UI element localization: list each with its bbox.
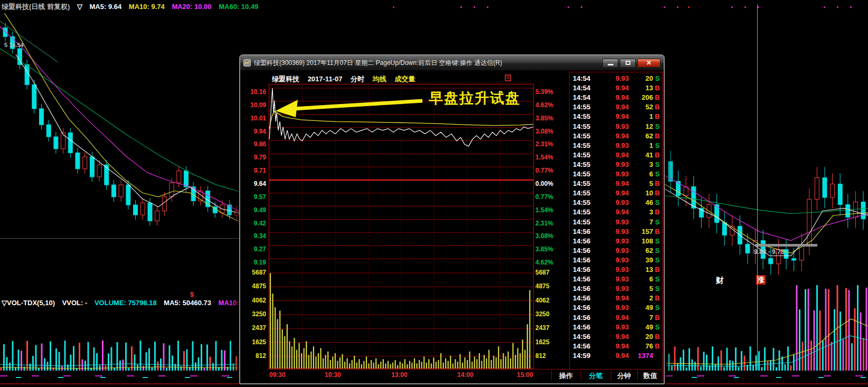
tick-volume: 62 xyxy=(629,131,653,141)
tick-price: 9.94 xyxy=(598,150,629,160)
cai-badge[interactable]: 财 xyxy=(716,276,724,284)
collapse-marker[interactable]: ▽ xyxy=(77,3,82,11)
tick-row[interactable]: 14:559.9462B xyxy=(571,131,663,141)
volume-toggle[interactable]: 成交量 xyxy=(394,75,415,83)
tick-row[interactable]: 14:549.9413B xyxy=(571,83,663,93)
popup-titlebar[interactable]: 绿盟科技(300369) 2017年11月07日 星期二 PageUp/Down… xyxy=(240,55,664,70)
tick-side: B xyxy=(653,188,662,198)
percent-axis-label: 3.85% xyxy=(535,246,560,253)
tick-volume: 3 xyxy=(629,207,653,217)
tick-row[interactable]: 14:559.933S xyxy=(571,160,663,169)
tick-row[interactable]: 14:559.931S xyxy=(571,141,663,150)
tick-row[interactable]: 14:569.9476B xyxy=(571,342,663,351)
page-icon[interactable] xyxy=(505,74,511,81)
tick-row[interactable]: 14:549.94206B xyxy=(571,93,663,102)
tick-row[interactable]: 14:569.9313B xyxy=(571,265,663,275)
tick-side: B xyxy=(653,313,662,323)
tick-time: 14:56 xyxy=(571,323,598,332)
ma-dot xyxy=(664,6,665,8)
tick-time: 14:56 xyxy=(571,294,598,303)
close-button[interactable]: ✕ xyxy=(637,59,661,68)
tick-side: B xyxy=(653,179,662,188)
tick-time: 14:55 xyxy=(571,122,598,131)
tick-row[interactable]: 14:559.945B xyxy=(571,179,663,188)
avg-line-toggle[interactable]: 均线 xyxy=(373,75,386,83)
tick-row[interactable]: 14:569.9420B xyxy=(571,332,663,342)
percent-axis-label: 2.31% xyxy=(535,220,560,228)
axis-note: 5 14.54 xyxy=(4,41,24,49)
tick-row[interactable]: 14:569.93157B xyxy=(571,227,663,237)
ma-dot xyxy=(487,6,488,8)
tick-price: 9.93 xyxy=(598,275,629,284)
percent-axis-label: 5.39% xyxy=(535,88,560,96)
tick-volume: 6 xyxy=(629,275,653,284)
tick-row[interactable]: 14:599.941374 xyxy=(571,351,663,361)
tick-time: 14:59 xyxy=(571,351,598,361)
background-right-chart xyxy=(664,132,868,290)
ma-dot xyxy=(731,6,733,8)
percent-axis-label: 3.08% xyxy=(535,232,560,240)
ma-dot xyxy=(837,6,838,8)
tick-row[interactable]: 14:569.9362S xyxy=(571,246,663,256)
tick-time: 14:55 xyxy=(571,112,598,121)
tab-tick[interactable]: 分笔 xyxy=(581,371,611,381)
tick-side: S xyxy=(653,246,662,256)
time-axis-label: 15:00 xyxy=(517,371,540,379)
tick-side: S xyxy=(653,218,662,227)
tick-row[interactable]: 14:559.936S xyxy=(571,169,663,179)
tick-time: 14:55 xyxy=(571,102,598,112)
tab-minute[interactable]: 分钟 xyxy=(611,371,637,381)
tick-row[interactable]: 14:559.9410B xyxy=(571,188,663,198)
tick-row[interactable]: 14:559.937S xyxy=(571,218,663,227)
tick-row[interactable]: 14:569.9339S xyxy=(571,256,663,265)
price-range-label: 9.88 - 9.78 xyxy=(754,248,784,256)
tick-row[interactable]: 14:569.935S xyxy=(571,284,663,294)
tick-time: 14:56 xyxy=(571,256,598,265)
tick-price: 9.93 xyxy=(598,74,629,83)
price-axis-label: 9.86 xyxy=(240,140,266,148)
tab-divider xyxy=(551,370,552,381)
tick-row[interactable]: 14:559.9441B xyxy=(571,150,663,160)
ma-dot xyxy=(688,6,690,8)
tick-time: 14:55 xyxy=(571,198,598,207)
tick-row[interactable]: 14:569.93108S xyxy=(571,237,663,246)
tick-price: 9.94 xyxy=(598,83,629,93)
volume-axis-label: 2437 xyxy=(535,324,560,332)
tick-row[interactable]: 14:569.9349S xyxy=(571,303,663,313)
tick-side: S xyxy=(653,323,662,332)
tick-row[interactable]: 14:569.942B xyxy=(571,294,663,303)
main-chart-header: 绿盟科技(日线 前复权) ▽ MA5: 9.64 MA10: 9.74 MA20… xyxy=(2,2,263,12)
tick-row[interactable]: 14:559.9312S xyxy=(571,122,663,131)
tick-row[interactable]: 14:559.943B xyxy=(571,207,663,217)
ma10-value: MA10: 9.74 xyxy=(129,3,165,11)
tab-operation[interactable]: 操作 xyxy=(551,371,581,381)
intraday-mode: 分时 xyxy=(351,75,364,83)
tick-row[interactable]: 14:559.9346S xyxy=(571,198,663,207)
tick-row[interactable]: 14:569.936S xyxy=(571,275,663,284)
tick-time: 14:56 xyxy=(571,342,598,351)
minimize-button[interactable] xyxy=(602,59,618,68)
tick-side: S xyxy=(653,198,662,207)
tick-volume: 41 xyxy=(629,150,653,160)
tick-price: 9.93 xyxy=(598,284,629,294)
tick-price: 9.94 xyxy=(598,351,629,361)
tick-row[interactable]: 14:569.947B xyxy=(571,313,663,323)
tab-divider xyxy=(611,370,611,381)
tick-row[interactable]: 14:559.941B xyxy=(571,112,663,121)
tick-price: 9.93 xyxy=(598,227,629,237)
tick-row[interactable]: 14:559.9452B xyxy=(571,102,663,112)
tick-time: 14:56 xyxy=(571,227,598,237)
price-axis-label: 10.16 xyxy=(240,88,266,96)
tick-volume: 39 xyxy=(629,256,653,265)
maximize-button[interactable] xyxy=(620,59,636,68)
tick-side: S xyxy=(653,169,662,179)
tick-time: 14:55 xyxy=(571,207,598,217)
price-axis-label: 9.19 xyxy=(240,259,266,267)
tick-price: 9.94 xyxy=(598,131,629,141)
tick-price: 9.94 xyxy=(598,93,629,102)
tab-value[interactable]: 数值 xyxy=(637,371,663,381)
tick-row[interactable]: 14:569.9349S xyxy=(571,323,663,332)
tick-row[interactable]: 14:549.9320S xyxy=(571,74,663,83)
volume-axis-label: 1625 xyxy=(535,338,560,346)
tick-side: B xyxy=(653,294,662,303)
